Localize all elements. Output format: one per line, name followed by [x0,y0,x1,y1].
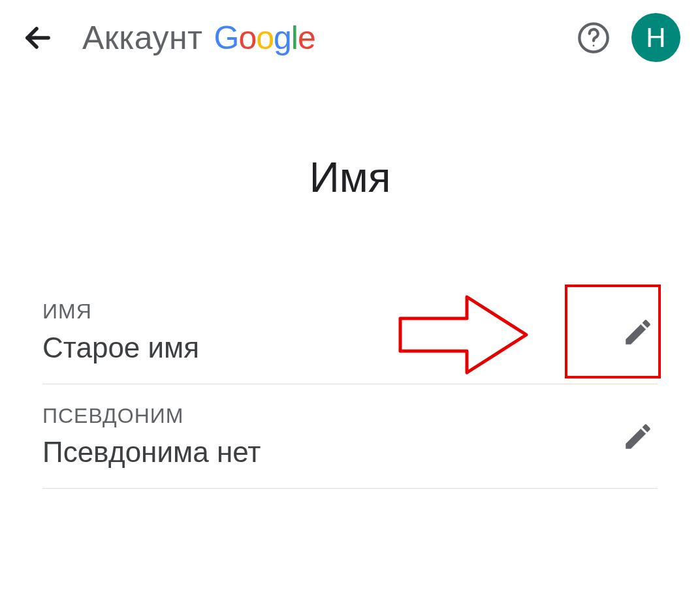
row-name[interactable]: ИМЯ Старое имя [42,280,658,384]
settings-list: ИМЯ Старое имя ПСЕВДОНИМ Псевдонима нет [0,280,700,489]
header-actions: Н [575,13,680,62]
google-logo-letter: o [238,20,256,56]
avatar[interactable]: Н [631,13,680,62]
pencil-icon [622,316,654,348]
pencil-icon [622,420,654,453]
row-nickname-info: ПСЕВДОНИМ Псевдонима нет [42,404,618,469]
google-logo-letter: G [214,20,238,56]
google-logo-letter: o [256,20,274,56]
header-title: Аккаунт Google [82,19,549,57]
avatar-initial: Н [646,22,665,54]
row-name-value: Старое имя [42,331,618,364]
google-logo-letter: g [274,20,291,56]
svg-point-2 [593,44,595,46]
back-button[interactable] [20,20,56,56]
help-icon [577,21,611,55]
row-name-info: ИМЯ Старое имя [42,300,618,364]
row-nickname-label: ПСЕВДОНИМ [42,404,618,428]
edit-name-button[interactable] [618,313,658,352]
google-logo: Google [210,19,315,57]
app-header: Аккаунт Google Н [0,0,700,75]
edit-nickname-button[interactable] [618,417,658,456]
page-title: Имя [0,153,700,202]
google-logo-letter: e [298,20,315,56]
arrow-left-icon [22,22,54,54]
row-nickname[interactable]: ПСЕВДОНИМ Псевдонима нет [42,384,658,489]
google-logo-letter: l [291,20,298,56]
row-name-label: ИМЯ [42,300,618,324]
header-title-prefix: Аккаунт [82,19,202,57]
help-button[interactable] [575,20,612,56]
row-nickname-value: Псевдонима нет [42,436,618,469]
